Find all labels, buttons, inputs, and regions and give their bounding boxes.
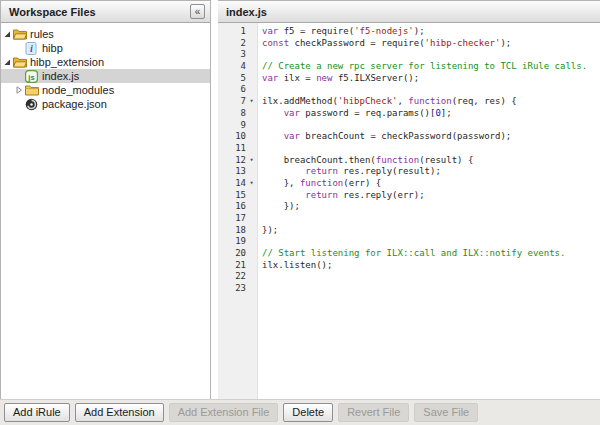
fold-slot	[246, 260, 257, 272]
caret-collapsed-icon[interactable]	[13, 86, 25, 94]
fold-slot	[246, 131, 257, 143]
token-k: return	[305, 166, 338, 176]
collapse-panel-button[interactable]: «	[190, 4, 205, 19]
npm-package-icon	[25, 98, 41, 111]
tree-item-hibp[interactable]: ihibp	[1, 41, 210, 55]
code-line[interactable]: const checkPassword = require('hibp-chec…	[262, 38, 600, 50]
token-p: (result) {	[419, 155, 473, 165]
caret-expanded-icon[interactable]	[1, 30, 13, 38]
panel-divider[interactable]	[211, 0, 218, 399]
tree-item-hibp-extension[interactable]: hibp_extension	[1, 55, 210, 69]
line-number: 4	[218, 61, 246, 73]
token-k: function	[300, 178, 343, 188]
code-line[interactable]: ilx.addMethod('hibpCheck', function(req,…	[262, 96, 600, 108]
token-k: var	[262, 73, 278, 83]
editor-header: index.js	[218, 1, 600, 23]
add-irule-button[interactable]: Add iRule	[4, 403, 70, 422]
tree-item-label: hibp_extension	[29, 56, 104, 68]
token-p: );	[414, 26, 425, 36]
token-p: });	[262, 201, 300, 211]
fold-toggle-icon[interactable]: ▾	[246, 96, 257, 108]
code-line[interactable]: });	[262, 225, 600, 237]
code-area[interactable]: var f5 = require('f5-nodejs');const chec…	[258, 23, 600, 399]
add-extension-file-button[interactable]: Add Extension File	[169, 403, 279, 422]
tree-item-label: rules	[29, 28, 54, 40]
code-line[interactable]: var breachCount = checkPassword(password…	[262, 131, 600, 143]
line-number: 21	[218, 260, 246, 272]
line-number: 2	[218, 38, 246, 50]
fold-slot	[246, 236, 257, 248]
line-number: 1	[218, 26, 246, 38]
code-line[interactable]	[262, 120, 600, 132]
tree-item-package-json[interactable]: package.json	[1, 97, 210, 111]
gutter-row: 4	[218, 61, 257, 73]
code-line[interactable]: var f5 = require('f5-nodejs');	[262, 26, 600, 38]
tree-item-rules[interactable]: rules	[1, 27, 210, 41]
code-line[interactable]	[262, 283, 600, 295]
code-line[interactable]	[262, 143, 600, 155]
code-line[interactable]: });	[262, 201, 600, 213]
token-p: ilx.addMethod(	[262, 96, 338, 106]
delete-button[interactable]: Delete	[283, 403, 333, 422]
workspace-files-header: Workspace Files «	[1, 1, 210, 23]
line-number: 7	[218, 96, 246, 108]
tree-item-label: hibp	[41, 42, 63, 54]
code-line[interactable]: var ilx = new f5.ILXServer();	[262, 73, 600, 85]
gutter-row: 10	[218, 131, 257, 143]
token-p: f5.ILXServer();	[332, 73, 419, 83]
line-number: 5	[218, 73, 246, 85]
code-line[interactable]: return res.reply(err);	[262, 190, 600, 202]
workspace-editor-window: Workspace Files « rulesihibphibp_extensi…	[0, 0, 600, 425]
token-p	[262, 190, 305, 200]
code-line[interactable]	[262, 84, 600, 96]
token-k: return	[305, 190, 338, 200]
code-line[interactable]: }, function(err) {	[262, 178, 600, 190]
main-area: Workspace Files « rulesihibphibp_extensi…	[0, 0, 600, 399]
code-line[interactable]: return res.reply(result);	[262, 166, 600, 178]
tree-item-index-js[interactable]: jsindex.js	[1, 69, 210, 83]
token-p: ilx =	[278, 73, 316, 83]
nodejs-file-icon: js	[25, 70, 41, 83]
fold-slot	[246, 213, 257, 225]
token-p: },	[262, 178, 300, 188]
token-p	[262, 108, 284, 118]
tree-item-label: package.json	[41, 98, 107, 110]
save-file-button[interactable]: Save File	[414, 403, 478, 422]
code-line[interactable]	[262, 49, 600, 61]
line-number-gutter: 1234567▾89101112▾1314▾151617181920212223	[218, 23, 258, 399]
code-line[interactable]: ilx.listen();	[262, 260, 600, 272]
code-line[interactable]: // Start listening for ILX::call and ILX…	[262, 248, 600, 260]
token-s: 'f5-nodejs'	[354, 26, 414, 36]
fold-toggle-icon[interactable]: ▾	[246, 178, 257, 190]
line-number: 19	[218, 236, 246, 248]
add-extension-button[interactable]: Add Extension	[75, 403, 164, 422]
token-c: // Create a new rpc server for listening…	[262, 61, 587, 71]
token-p: });	[262, 225, 278, 235]
code-line[interactable]: var password = req.params()[0];	[262, 108, 600, 120]
token-p	[262, 166, 305, 176]
fold-slot	[246, 166, 257, 178]
fold-slot	[246, 120, 257, 132]
gutter-row: 3	[218, 49, 257, 61]
gutter-row: 12▾	[218, 155, 257, 167]
code-line[interactable]: breachCount.then(function(result) {	[262, 155, 600, 167]
caret-expanded-icon[interactable]	[1, 58, 13, 66]
line-number: 22	[218, 271, 246, 283]
token-k: var	[284, 108, 300, 118]
code-line[interactable]	[262, 271, 600, 283]
gutter-row: 21	[218, 260, 257, 272]
gutter-row: 11	[218, 143, 257, 155]
line-number: 20	[218, 248, 246, 260]
line-number: 11	[218, 143, 246, 155]
fold-toggle-icon[interactable]: ▾	[246, 155, 257, 167]
token-p: breachCount = checkPassword(password);	[300, 131, 511, 141]
token-c: // Start listening for ILX::call and ILX…	[262, 248, 565, 258]
fold-slot	[246, 225, 257, 237]
line-number: 16	[218, 201, 246, 213]
line-number: 13	[218, 166, 246, 178]
code-line[interactable]	[262, 213, 600, 225]
revert-file-button[interactable]: Revert File	[338, 403, 409, 422]
tree-item-node-modules[interactable]: node_modules	[1, 83, 210, 97]
code-line[interactable]	[262, 236, 600, 248]
code-line[interactable]: // Create a new rpc server for listening…	[262, 61, 600, 73]
